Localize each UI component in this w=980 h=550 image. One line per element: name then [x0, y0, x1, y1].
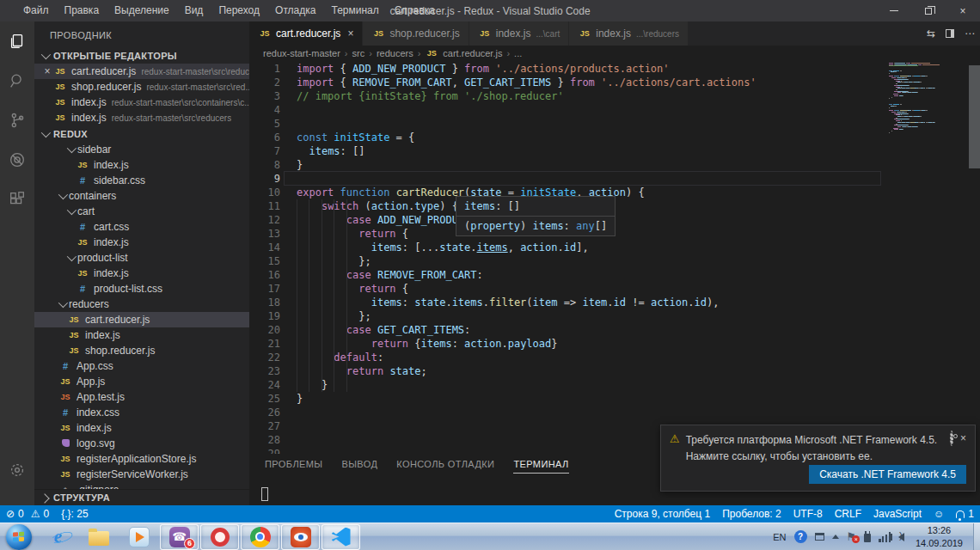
tree-item-App.css[interactable]: #App.css [34, 358, 249, 374]
tab-index.js[interactable]: JSindex.js...\reducers [569, 21, 689, 46]
status-item[interactable]: Пробелов: 2 [716, 508, 787, 520]
line-number[interactable]: 12 [249, 213, 280, 227]
breadcrumb-item[interactable]: JScart.reducer.js [425, 48, 502, 58]
breadcrumb-item[interactable]: ... [514, 48, 522, 58]
line-number[interactable]: 7 [249, 144, 280, 158]
open-editor-item[interactable]: ×JScart.reducer.jsredux-start-master\src… [34, 64, 249, 79]
power-plug-icon[interactable] [864, 531, 871, 542]
code-line[interactable]: export function cartReducer(state = init… [297, 186, 980, 199]
line-number[interactable]: 1 [249, 62, 280, 76]
menu-item-Терминал[interactable]: Терминал [323, 0, 386, 21]
menu-item-Правка[interactable]: Правка [57, 0, 107, 21]
tree-item-App.test.js[interactable]: JSApp.test.js [34, 389, 249, 405]
minimize-button[interactable] [877, 0, 911, 21]
explorer-icon[interactable] [0, 21, 34, 61]
tree-item-index.js[interactable]: JSindex.js [34, 157, 249, 173]
line-number[interactable]: 20 [249, 323, 280, 337]
project-section-header[interactable]: REDUX [34, 125, 249, 142]
status-item[interactable]: CRLF [829, 508, 867, 520]
open-editor-item[interactable]: JSindex.jsredux-start-master\src\reducer… [34, 110, 249, 125]
help-icon[interactable]: ? [794, 530, 807, 543]
panel-tab-ПРОБЛЕМЫ[interactable]: ПРОБЛЕМЫ [265, 459, 322, 474]
code-line[interactable]: const initState = { [297, 131, 980, 144]
viber-icon[interactable]: ☎6 [160, 524, 199, 550]
panel-tab-КОНСОЛЬ ОТЛАДКИ[interactable]: КОНСОЛЬ ОТЛАДКИ [396, 459, 494, 474]
download-framework-button[interactable]: Скачать .NET Framework 4.5 [809, 465, 966, 484]
feedback-smiley-icon[interactable]: ☺ [928, 508, 950, 520]
line-number[interactable]: 29 [249, 447, 280, 454]
tree-item-cart.css[interactable]: #cart.css [34, 219, 249, 235]
code-line[interactable]: }; [297, 309, 980, 323]
line-number[interactable]: 15 [249, 254, 280, 268]
tree-item-cart[interactable]: cart [34, 204, 249, 219]
debug-icon[interactable] [0, 140, 34, 180]
source-control-icon[interactable] [0, 101, 34, 140]
windows-explorer-icon[interactable] [79, 524, 118, 550]
terminal-cursor[interactable] [261, 487, 268, 501]
close-button[interactable]: × [946, 0, 980, 21]
close-icon[interactable]: × [347, 28, 353, 40]
code-line[interactable]: case REMOVE_FROM_CART: [297, 268, 980, 282]
media-player-icon[interactable] [119, 524, 158, 550]
code-line[interactable]: } [297, 392, 980, 406]
language-indicator[interactable]: EN [773, 532, 786, 542]
code-line[interactable]: return {items: action.payload} [297, 337, 980, 351]
code-line[interactable] [297, 103, 980, 117]
line-number[interactable]: 23 [249, 364, 280, 378]
breadcrumb-item[interactable]: redux-start-master [263, 48, 340, 58]
panel-tab-ТЕРМИНАЛ[interactable]: ТЕРМИНАЛ [513, 459, 568, 474]
tree-item-cart.reducer.js[interactable]: JScart.reducer.js [34, 312, 249, 327]
line-number[interactable]: 19 [249, 309, 280, 323]
line-number[interactable]: 6 [249, 131, 280, 144]
line-number[interactable]: 18 [249, 296, 280, 309]
bracket-counter-status[interactable]: {.}: 25 [55, 508, 94, 520]
line-number[interactable]: 24 [249, 378, 280, 392]
settings-gear-icon[interactable] [0, 450, 34, 490]
tree-item-product-list.css[interactable]: #product-list.css [34, 281, 249, 296]
menu-item-Выделение[interactable]: Выделение [107, 0, 177, 21]
breadcrumb-item[interactable]: reducers [377, 48, 413, 58]
status-item[interactable]: UTF-8 [787, 508, 829, 520]
tree-item-registerApplicationStore.js[interactable]: JSregisterApplicationStore.js [34, 451, 249, 467]
line-number[interactable]: 25 [249, 392, 280, 406]
line-number[interactable]: 5 [249, 117, 280, 131]
line-number[interactable]: 10 [249, 186, 280, 199]
tree-item-index.js[interactable]: JSindex.js [34, 327, 249, 343]
image-viewer-icon[interactable] [281, 524, 320, 550]
code-line[interactable]: }; [297, 254, 980, 268]
tree-item-sidebar.css[interactable]: #sidebar.css [34, 173, 249, 188]
tree-item-index.js[interactable]: JSindex.js [34, 235, 249, 250]
line-number[interactable]: 26 [249, 406, 280, 419]
line-number[interactable]: 28 [249, 433, 280, 447]
tree-item-index.css[interactable]: #index.css [34, 405, 249, 420]
code-line[interactable]: // import {initState} from './shop.reduc… [297, 89, 980, 103]
outline-section-header[interactable]: СТРУКТУРА [34, 489, 249, 505]
line-number[interactable]: 16 [249, 268, 280, 282]
code-line[interactable] [297, 406, 980, 419]
tree-item-shop.reducer.js[interactable]: JSshop.reducer.js [34, 343, 249, 358]
split-editor-icon[interactable] [946, 29, 954, 38]
code-line[interactable] [297, 117, 980, 131]
code-line[interactable]: import { ADD_NEW_PRODUCT } from '../acti… [297, 62, 980, 76]
code-line[interactable]: switch (action.type) { [297, 199, 980, 213]
code-line[interactable]: items: [...state.items, action.id], [297, 241, 980, 254]
code-line[interactable] [297, 172, 980, 186]
search-icon[interactable] [0, 61, 34, 101]
notification-settings-gear-icon[interactable] [950, 432, 953, 464]
open-editors-header[interactable]: ОТКРЫТЫЕ РЕДАКТОРЫ [34, 47, 249, 64]
notifications-bell[interactable]: 1 [950, 508, 980, 520]
chrome-icon[interactable] [241, 524, 279, 550]
panel-tab-ВЫВОД[interactable]: ВЫВОД [341, 459, 377, 474]
menu-item-Отладка[interactable]: Отладка [267, 0, 323, 21]
more-actions-icon[interactable]: ⋯ [965, 28, 975, 40]
editor-scrollbar[interactable] [969, 65, 980, 168]
tree-item-logo.svg[interactable]: logo.svg [34, 436, 249, 451]
menu-item-Переход[interactable]: Переход [211, 0, 267, 21]
tree-item-product-list[interactable]: product-list [34, 250, 249, 266]
code-editor[interactable]: 1234567891011121314151617181920212223242… [249, 61, 980, 454]
volume-icon[interactable] [898, 533, 904, 541]
status-item[interactable]: JavaScript [867, 508, 928, 520]
tree-item-index.js[interactable]: JSindex.js [34, 266, 249, 281]
code-line[interactable]: return { [297, 282, 980, 296]
tab-index.js[interactable]: JSindex.js...\cart [469, 21, 569, 46]
